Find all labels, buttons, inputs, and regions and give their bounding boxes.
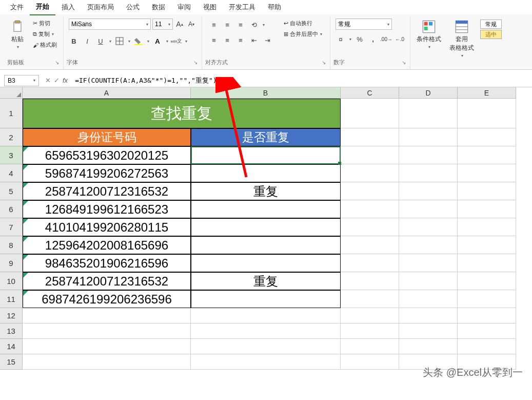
font-color-button[interactable]: A xyxy=(152,36,163,46)
conditional-format-button[interactable]: 条件格式▾ xyxy=(413,17,444,51)
row-header-14[interactable]: 14 xyxy=(0,339,23,354)
cell-D4[interactable] xyxy=(399,164,458,182)
cell-E1[interactable] xyxy=(458,99,516,128)
underline-button[interactable]: U xyxy=(95,36,106,46)
border-button[interactable] xyxy=(114,36,125,46)
cell-C7[interactable] xyxy=(341,218,399,236)
cell-D5[interactable] xyxy=(399,182,458,200)
cell-B5[interactable]: 重复 xyxy=(191,182,341,200)
tab-review[interactable]: 审阅 xyxy=(171,0,197,15)
tab-help[interactable]: 帮助 xyxy=(262,0,287,15)
cell-E5[interactable] xyxy=(458,182,516,200)
row-header-11[interactable]: 11 xyxy=(0,290,23,308)
row-header-9[interactable]: 9 xyxy=(0,254,23,272)
cell-C5[interactable] xyxy=(341,182,399,200)
tab-file[interactable]: 文件 xyxy=(4,0,30,15)
cancel-formula-icon[interactable]: ✕ xyxy=(45,77,51,84)
format-table-button[interactable]: 套用 表格格式▾ xyxy=(446,17,477,60)
cell-E7[interactable] xyxy=(458,218,516,236)
cell-A4[interactable]: 596874199206272563 xyxy=(23,164,191,182)
cell-E12[interactable] xyxy=(458,308,516,323)
cell-E4[interactable] xyxy=(458,164,516,182)
cell-E2[interactable] xyxy=(458,128,516,146)
cell-D6[interactable] xyxy=(399,200,458,218)
cell-style-normal[interactable]: 常规 xyxy=(480,20,502,29)
row-header-15[interactable]: 15 xyxy=(0,354,23,370)
row-header-6[interactable]: 6 xyxy=(0,200,23,218)
cell-E8[interactable] xyxy=(458,236,516,254)
cell-B2[interactable]: 是否重复 xyxy=(191,128,341,146)
cell-B8[interactable] xyxy=(191,236,341,254)
cell-D8[interactable] xyxy=(399,236,458,254)
cell-A6[interactable]: 126849199612166523 xyxy=(23,200,191,218)
col-header-A[interactable]: A xyxy=(23,87,191,99)
dialog-launcher-icon[interactable]: ↘ xyxy=(321,60,327,65)
cell-D9[interactable] xyxy=(399,254,458,272)
tab-developer[interactable]: 开发工具 xyxy=(223,0,262,15)
align-right-icon[interactable]: ≡ xyxy=(235,35,246,45)
cell-C15[interactable] xyxy=(341,354,399,370)
cell-A5[interactable]: 258741200712316532 xyxy=(23,182,191,200)
row-header-10[interactable]: 10 xyxy=(0,272,23,290)
cell-C1[interactable] xyxy=(341,99,399,128)
cell-D12[interactable] xyxy=(399,308,458,323)
decrease-font-icon[interactable]: A▾ xyxy=(186,19,196,29)
cell-A15[interactable] xyxy=(23,354,191,370)
row-header-12[interactable]: 12 xyxy=(0,308,23,323)
col-header-C[interactable]: C xyxy=(341,87,399,99)
cell-B7[interactable] xyxy=(191,218,341,236)
cell-A10[interactable]: 258741200712316532 xyxy=(23,272,191,290)
cell-A2[interactable]: 身份证号码 xyxy=(23,128,191,146)
cell-A12[interactable] xyxy=(23,308,191,323)
currency-icon[interactable]: ¤ xyxy=(336,34,346,44)
increase-indent-icon[interactable]: ⇥ xyxy=(262,35,272,45)
cell-A11[interactable]: 6987426199206236596 xyxy=(23,290,191,308)
tab-home[interactable]: 开始 xyxy=(30,0,55,15)
dialog-launcher-icon[interactable]: ↘ xyxy=(401,60,407,65)
formula-input[interactable]: =IF(COUNTIF(A:A,A3&"*")=1,"","重复") xyxy=(72,76,532,85)
col-header-D[interactable]: D xyxy=(399,87,458,99)
number-format-select[interactable]: 常规▾ xyxy=(336,18,392,30)
name-box[interactable]: B3▾ xyxy=(4,75,39,86)
align-left-icon[interactable]: ≡ xyxy=(209,35,219,45)
cell-E10[interactable] xyxy=(458,272,516,290)
italic-button[interactable]: I xyxy=(82,36,92,46)
cell-style-ok[interactable]: 适中 xyxy=(480,30,502,39)
cell-D13[interactable] xyxy=(399,323,458,339)
cell-B9[interactable] xyxy=(191,254,341,272)
cut-button[interactable]: ✂剪切 xyxy=(31,18,59,28)
row-header-13[interactable]: 13 xyxy=(0,323,23,339)
cell-C12[interactable] xyxy=(341,308,399,323)
bold-button[interactable]: B xyxy=(69,36,79,46)
row-header-4[interactable]: 4 xyxy=(0,164,23,182)
cell-D3[interactable] xyxy=(399,146,458,164)
cell-C6[interactable] xyxy=(341,200,399,218)
tab-formulas[interactable]: 公式 xyxy=(120,0,146,15)
decrease-decimal-icon[interactable]: ←.0 xyxy=(395,34,405,44)
orientation-icon[interactable]: ⟲ xyxy=(249,20,259,30)
cell-D11[interactable] xyxy=(399,290,458,308)
cell-B15[interactable] xyxy=(191,354,341,370)
comma-icon[interactable]: , xyxy=(368,34,378,44)
cell-B3[interactable] xyxy=(191,146,341,164)
confirm-formula-icon[interactable]: ✓ xyxy=(54,77,60,84)
cell-A14[interactable] xyxy=(23,339,191,354)
row-header-8[interactable]: 8 xyxy=(0,236,23,254)
cell-E6[interactable] xyxy=(458,200,516,218)
row-header-2[interactable]: 2 xyxy=(0,128,23,146)
cell-C10[interactable] xyxy=(341,272,399,290)
tab-view[interactable]: 视图 xyxy=(197,0,223,15)
cell-A7[interactable]: 410104199206280115 xyxy=(23,218,191,236)
row-header-5[interactable]: 5 xyxy=(0,182,23,200)
tab-page-layout[interactable]: 页面布局 xyxy=(81,0,120,15)
align-bottom-icon[interactable]: ≡ xyxy=(235,20,246,30)
col-header-E[interactable]: E xyxy=(458,87,516,99)
dialog-launcher-icon[interactable]: ↘ xyxy=(54,60,60,65)
cell-A8[interactable]: 125964202008165696 xyxy=(23,236,191,254)
cell-D1[interactable] xyxy=(399,99,458,128)
fill-color-button[interactable] xyxy=(133,36,144,46)
cell-C11[interactable] xyxy=(341,290,399,308)
cell-A3[interactable]: 659653196302020125 xyxy=(23,146,191,164)
increase-font-icon[interactable]: A▴ xyxy=(174,19,185,29)
tab-insert[interactable]: 插入 xyxy=(55,0,81,15)
